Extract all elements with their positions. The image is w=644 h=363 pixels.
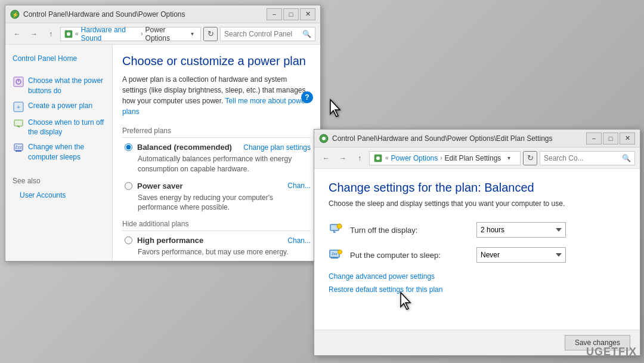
sleep-setting-row: Zzz Put the computer to sleep: Never 30 … — [329, 247, 626, 263]
maximize-button[interactable]: □ — [283, 8, 299, 20]
window2-main: Change settings for the plan: Balanced C… — [314, 169, 640, 330]
search-box: 🔍 — [220, 27, 315, 41]
svg-point-3 — [67, 32, 70, 36]
display-icon — [329, 223, 343, 237]
sidebar-control-panel-home[interactable]: Control Panel Home — [5, 51, 112, 66]
window2-controls: − □ ✕ — [586, 133, 635, 144]
display-setting-label: Turn off the display: — [350, 226, 469, 235]
window2-content: Change settings for the plan: Balanced C… — [314, 169, 640, 355]
window2-breadcrumb-arrow1: › — [440, 155, 442, 161]
restore-defaults-link[interactable]: Restore default settings for this plan — [329, 285, 626, 294]
forward-button[interactable]: → — [27, 27, 41, 41]
plan-item-balanced: Balanced (recommended) Change plan setti… — [122, 143, 311, 174]
svg-text:Zzz: Zzz — [15, 145, 22, 149]
additional-plans-header: Hide additional plans — [122, 220, 311, 231]
breadcrumb-sep1: « — [75, 30, 79, 37]
plan-item-power-saver: Power saver Chan... Saves energy by redu… — [122, 182, 311, 213]
minimize-button[interactable]: − — [267, 8, 282, 20]
search-input[interactable] — [224, 30, 300, 38]
window2-search-input[interactable] — [544, 154, 620, 162]
window1-main: ? Choose or customize a power plan A pow… — [113, 45, 320, 261]
sidebar-item-power-buttons[interactable]: Choose what the power buttons do — [5, 73, 112, 99]
up-button[interactable]: ↑ — [44, 27, 58, 41]
window2-navbar: ← → ↑ « Power Options › Edit Plan Settin… — [314, 147, 640, 169]
window1-sidebar: Control Panel Home Choose what the power… — [5, 45, 113, 261]
svg-rect-9 — [14, 120, 23, 126]
power-options-window: ⚡ Control Panel\Hardware and Sound\Power… — [5, 5, 321, 262]
svg-rect-12 — [16, 150, 21, 152]
high-performance-change-link[interactable]: Chan... — [287, 236, 311, 245]
window2-breadcrumb: « Power Options › Edit Plan Settings ▾ — [369, 151, 521, 165]
high-performance-name: High performance — [137, 236, 203, 245]
display-setting-row: Turn off the display: 2 hours 1 hour 30 … — [329, 222, 626, 238]
sidebar-see-also-title: See also — [13, 177, 105, 185]
balanced-change-link[interactable]: Change plan settings — [243, 143, 311, 152]
window1-page-title: Choose or customize a power plan — [122, 54, 311, 68]
sidebar-power-buttons-label: Choose what the power buttons do — [28, 76, 105, 96]
create-plan-icon: + — [13, 101, 24, 113]
watermark: UGETFIX — [586, 346, 637, 358]
sleep-setting-select[interactable]: Never 30 minutes 1 hour 2 hours — [476, 247, 566, 263]
sidebar-user-accounts[interactable]: User Accounts — [13, 187, 105, 203]
power-saver-name: Power saver — [137, 182, 183, 190]
power-buttons-icon — [13, 76, 24, 88]
back-button[interactable]: ← — [10, 27, 24, 41]
svg-text:Zzz: Zzz — [332, 252, 338, 256]
sidebar-item-computer-sleeps[interactable]: Zzz Change when the computer sleeps — [5, 140, 112, 165]
svg-point-17 — [376, 156, 380, 160]
search-icon: 🔍 — [302, 30, 311, 38]
window1-description: A power plan is a collection of hardware… — [122, 74, 311, 117]
window2-back-button[interactable]: ← — [319, 151, 333, 165]
sidebar-item-turn-off-display[interactable]: Choose when to turn off the display — [5, 115, 112, 140]
window1-icon: ⚡ — [10, 10, 20, 19]
window2-up-button[interactable]: ↑ — [352, 151, 367, 165]
sidebar-computer-sleeps-label: Change when the computer sleeps — [28, 142, 105, 162]
breadcrumb-hardware[interactable]: Hardware and Sound — [81, 26, 139, 42]
close-button[interactable]: ✕ — [300, 8, 315, 20]
display-setting-select[interactable]: 2 hours 1 hour 30 minutes Never — [476, 222, 566, 238]
svg-point-15 — [322, 137, 326, 140]
window1-navbar: ← → ↑ « Hardware and Sound › Power Optio… — [5, 23, 320, 45]
power-saver-radio[interactable] — [125, 182, 132, 190]
window2-close-button[interactable]: ✕ — [620, 133, 635, 144]
plan-item-high-performance: High performance Chan... Favors performa… — [122, 236, 311, 257]
window2-breadcrumb-icon — [373, 153, 383, 163]
sleep-icon: Zzz — [329, 248, 343, 262]
window2-forward-button[interactable]: → — [336, 151, 350, 165]
high-performance-radio[interactable] — [125, 236, 132, 244]
svg-text:⚡: ⚡ — [12, 11, 19, 19]
window2-search-icon: 🔍 — [622, 154, 631, 162]
sidebar-create-plan-label: Create a power plan — [28, 101, 92, 111]
edit-links-section: Change advanced power settings Restore d… — [329, 272, 626, 294]
window1-title: Control Panel\Hardware and Sound\Power O… — [23, 10, 267, 19]
window2-minimize-button[interactable]: − — [586, 133, 602, 144]
help-icon[interactable]: ? — [301, 91, 313, 103]
balanced-description: Automatically balances performance with … — [125, 154, 311, 174]
sleep-setting-label: Put the computer to sleep: — [350, 251, 469, 260]
breadcrumb-icon — [64, 29, 73, 39]
window2-breadcrumb-dropdown[interactable]: ▾ — [503, 151, 514, 165]
svg-text:+: + — [17, 103, 20, 110]
window1-content: Control Panel Home Choose what the power… — [5, 45, 320, 261]
high-performance-description: Favors performance, but may use more ene… — [125, 247, 311, 257]
refresh-button[interactable]: ↻ — [203, 27, 218, 41]
power-saver-change-link[interactable]: Chan... — [287, 182, 311, 190]
window2-breadcrumb-power[interactable]: Power Options — [391, 154, 438, 162]
change-advanced-link[interactable]: Change advanced power settings — [329, 272, 626, 281]
sidebar-item-create-plan[interactable]: + Create a power plan — [5, 99, 112, 115]
breadcrumb-arrow1: › — [141, 30, 143, 37]
svg-point-27 — [338, 250, 342, 254]
window1-controls: − □ ✕ — [267, 8, 315, 20]
edit-plan-title: Change settings for the plan: Balanced — [329, 181, 626, 195]
window2-titlebar: Control Panel\Hardware and Sound\Power O… — [314, 130, 640, 147]
breadcrumb-dropdown[interactable]: ▾ — [188, 27, 197, 41]
breadcrumb: « Hardware and Sound › Power Options ▾ — [60, 27, 201, 41]
svg-rect-25 — [331, 257, 338, 259]
balanced-radio[interactable] — [125, 143, 132, 151]
window2-maximize-button[interactable]: □ — [603, 133, 618, 144]
window2-icon — [319, 134, 329, 143]
edit-plan-settings-window: Control Panel\Hardware and Sound\Power O… — [314, 129, 640, 356]
window2-refresh-button[interactable]: ↻ — [523, 151, 537, 165]
window1-titlebar: ⚡ Control Panel\Hardware and Sound\Power… — [5, 5, 320, 23]
sidebar-see-also-section: See also User Accounts — [5, 174, 112, 205]
